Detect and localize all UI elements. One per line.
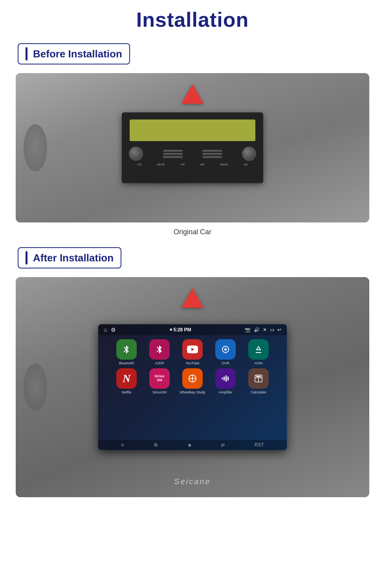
youtube-app-label: YouTube: [185, 361, 199, 365]
radio-knob-right: [242, 147, 256, 161]
apps-row-1: Bluetooth A2DP: [113, 339, 272, 365]
svg-point-1: [224, 348, 227, 351]
app-avin[interactable]: AVIN: [245, 339, 272, 365]
radio-small-buttons-2: [202, 150, 222, 158]
bluetooth-app-label: Bluetooth: [119, 361, 134, 365]
radio-label-menu: MENU: [220, 163, 228, 166]
amplifier-app-label: Amplifier: [218, 390, 232, 394]
app-siriusxm[interactable]: SiriusXM SiriusXM: [146, 368, 173, 394]
camera-status-icon: 📷: [245, 327, 251, 333]
page-title: Installation: [16, 8, 369, 31]
amplifier-app-icon: [215, 368, 236, 389]
apps-row-2: N Netflix SiriusXM SiriusXM: [113, 368, 272, 394]
before-caption: Original Car: [16, 228, 369, 236]
siriusxm-app-label: SiriusXM: [152, 390, 167, 394]
app-a2dp[interactable]: A2DP: [146, 339, 173, 365]
volume-status-icon: 🔊: [254, 327, 260, 333]
app-amplifier[interactable]: Amplifier: [212, 368, 239, 394]
status-bar-left: ⌂ ⚙: [104, 327, 116, 333]
original-radio-unit: CD MUTE FM AM MENU AS: [122, 112, 263, 183]
badge-bar-decoration-after: [26, 251, 28, 265]
svg-rect-9: [227, 377, 229, 380]
back-status-icon: ↩: [277, 327, 281, 333]
wheelkey-app-label: Wheelkey Study: [180, 390, 205, 394]
avin-app-label: AVIN: [255, 361, 262, 365]
radio-display: [130, 119, 255, 141]
a2dp-app-label: A2DP: [155, 361, 164, 365]
app-wheelkey[interactable]: Wheelkey Study: [179, 368, 206, 394]
nav-icon-1: ≡: [121, 442, 124, 448]
avin-app-icon: [248, 339, 269, 360]
bottom-nav-bar: ≡ ⚙ ◈ ⇄ RST: [98, 440, 287, 450]
nav-icon-3: ◈: [188, 442, 191, 448]
badge-bar-decoration: [26, 47, 28, 61]
radio-label-row: CD MUTE FM AM MENU AS: [126, 162, 259, 167]
app-dvr[interactable]: DVR: [212, 339, 239, 365]
android-screen: ⌂ ⚙ ▾ 5:28 PM 📷 🔊 ✕ ▭ ↩: [98, 324, 287, 450]
steering-wheel-hint: [24, 124, 47, 171]
nav-icon-4: ⇄: [221, 442, 225, 448]
calculator-app-label: Calculator: [251, 390, 267, 394]
app-netflix[interactable]: N Netflix: [113, 368, 140, 394]
after-installation-badge: After Installation: [18, 247, 121, 268]
steering-wheel-hint-after: [24, 364, 47, 411]
netflix-app-icon: N: [116, 368, 137, 389]
status-bar-right: 📷 🔊 ✕ ▭ ↩: [245, 327, 281, 333]
window-status-icon: ▭: [270, 327, 274, 333]
wheelkey-app-icon: [182, 368, 203, 389]
settings-icon: ⚙: [111, 327, 116, 333]
svg-rect-13: [256, 376, 261, 377]
after-installation-label: After Installation: [33, 252, 114, 264]
app-youtube[interactable]: YouTube: [179, 339, 206, 365]
before-installation-label: Before Installation: [33, 48, 122, 60]
nav-icon-2: ⚙: [154, 442, 158, 448]
nav-icon-5: RST: [255, 442, 264, 448]
dvr-app-icon: [215, 339, 236, 360]
apps-grid: Bluetooth A2DP: [98, 335, 287, 440]
seicane-brand: Seicane: [174, 477, 211, 486]
radio-knob-left: [129, 147, 143, 161]
svg-rect-7: [224, 377, 225, 380]
netflix-app-label: Netflix: [121, 390, 131, 394]
before-installation-image: CD MUTE FM AM MENU AS: [16, 73, 369, 222]
radio-buttons-row: [126, 145, 259, 162]
bluetooth-app-icon: [116, 339, 137, 360]
siriusxm-app-icon: SiriusXM: [149, 368, 170, 389]
app-bluetooth[interactable]: Bluetooth: [113, 339, 140, 365]
a2dp-app-icon: [149, 339, 170, 360]
radio-label-cd: CD: [138, 163, 141, 166]
hazard-triangle-before: [182, 84, 204, 104]
radio-small-buttons: [163, 150, 183, 158]
home-icon: ⌂: [104, 327, 107, 333]
radio-label-fm: FM: [181, 163, 185, 166]
youtube-app-icon: [182, 339, 203, 360]
app-calculator[interactable]: Calculator: [245, 368, 272, 394]
status-time: ▾ 5:28 PM: [170, 327, 191, 333]
hazard-triangle-after: [182, 288, 204, 308]
status-bar: ⌂ ⚙ ▾ 5:28 PM 📷 🔊 ✕ ▭ ↩: [98, 324, 287, 335]
radio-label-mute: MUTE: [157, 163, 165, 166]
svg-rect-8: [226, 375, 227, 382]
dvr-app-label: DVR: [222, 361, 229, 365]
svg-rect-6: [222, 378, 223, 379]
close-status-icon: ✕: [263, 327, 267, 333]
radio-label-am: AM: [200, 163, 205, 166]
calculator-app-icon: [248, 368, 269, 389]
radio-label-as: AS: [244, 163, 248, 166]
after-installation-image: ⌂ ⚙ ▾ 5:28 PM 📷 🔊 ✕ ▭ ↩: [16, 277, 369, 497]
android-head-unit: ⌂ ⚙ ▾ 5:28 PM 📷 🔊 ✕ ▭ ↩: [98, 324, 287, 450]
before-installation-badge: Before Installation: [18, 43, 130, 64]
